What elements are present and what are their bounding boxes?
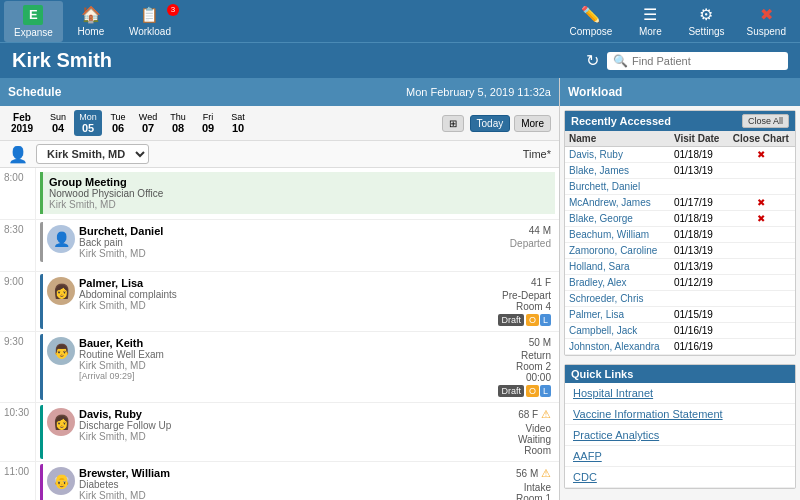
ra-date: 01/18/19	[670, 147, 727, 163]
appointment-palmer[interactable]: 👩 Palmer, Lisa Abdominal complaints Kirk…	[40, 274, 555, 329]
calendar-nav: Feb 2019 Sun04Mon05Tue06Wed07Thu08Fri09S…	[0, 106, 559, 141]
ra-row[interactable]: Blake, James 01/13/19	[565, 163, 795, 179]
cal-day-10[interactable]: Sat10	[224, 110, 252, 136]
ra-close[interactable]: ✖	[727, 147, 795, 163]
ra-row[interactable]: Palmer, Lisa 01/15/19	[565, 307, 795, 323]
nav-compose-label: Compose	[570, 26, 613, 37]
nav-more[interactable]: ☰ More	[624, 1, 676, 41]
ra-row[interactable]: Burchett, Daniel	[565, 179, 795, 195]
find-patient-input[interactable]	[632, 55, 782, 67]
cal-day-08[interactable]: Thu08	[164, 110, 192, 136]
quick-link-practice-analytics[interactable]: Practice Analytics	[565, 425, 795, 446]
ra-date	[670, 291, 727, 307]
ra-close[interactable]: ✖	[727, 195, 795, 211]
recently-accessed-header: Recently Accessed Close All	[565, 111, 795, 131]
appt-agesex-davis: 68 F ⚠	[518, 408, 551, 421]
appointment-davis[interactable]: 👩 Davis, Ruby Discharge Follow Up Kirk S…	[40, 405, 555, 459]
settings-icon: ⚙	[699, 5, 713, 24]
ra-row[interactable]: Davis, Ruby 01/18/19 ✖	[565, 147, 795, 163]
appointment-group-meeting[interactable]: Group Meeting Norwood Physician Office K…	[40, 172, 555, 214]
cal-year: Feb 2019	[8, 112, 36, 134]
ra-name: Bradley, Alex	[565, 275, 670, 291]
appt-room-bauer: ReturnRoom 200:00	[516, 350, 551, 383]
time-900: 9:00	[0, 272, 36, 331]
appointment-burchett[interactable]: 👤 Burchett, Daniel Back pain Kirk Smith,…	[40, 222, 555, 262]
draft-badge-palmer: Draft	[498, 314, 524, 326]
ra-row[interactable]: Blake, George 01/18/19 ✖	[565, 211, 795, 227]
nav-settings[interactable]: ⚙ Settings	[678, 1, 734, 41]
schedule-panel: Schedule Mon February 5, 2019 11:32a Feb…	[0, 78, 560, 500]
refresh-icon[interactable]: ↻	[586, 51, 599, 70]
today-btn[interactable]: Today	[470, 115, 511, 132]
ra-date	[670, 179, 727, 195]
appt-provider-bauer: Kirk Smith, MD	[79, 360, 477, 371]
top-nav: E Expanse 🏠 Home 📋 Workload 3 ✏️ Compose…	[0, 0, 800, 42]
cal-day-05[interactable]: Mon05	[74, 110, 102, 136]
time-800: 8:00	[0, 168, 36, 219]
nav-compose[interactable]: ✏️ Compose	[560, 1, 623, 41]
appt-name-bauer: Bauer, Keith	[79, 337, 477, 349]
quick-link-aafp[interactable]: AAFP	[565, 446, 795, 467]
cal-day-06[interactable]: Tue06	[104, 110, 132, 136]
appt-name-davis: Davis, Ruby	[79, 408, 477, 420]
appt-detail-burchett: Back pain	[79, 237, 477, 248]
quick-link-vaccine-information-statement[interactable]: Vaccine Information Statement	[565, 404, 795, 425]
ra-row[interactable]: McAndrew, James 01/17/19 ✖	[565, 195, 795, 211]
avatar-palmer: 👩	[47, 277, 75, 305]
ra-row[interactable]: Zamorono, Caroline 01/13/19	[565, 243, 795, 259]
nav-settings-label: Settings	[688, 26, 724, 37]
search-icon: 🔍	[613, 54, 628, 68]
nav-home-label: Home	[78, 26, 105, 37]
provider-select[interactable]: Kirk Smith, MD	[36, 144, 149, 164]
home-icon: 🏠	[81, 5, 101, 24]
appointment-bauer[interactable]: 👨 Bauer, Keith Routine Well Exam Kirk Sm…	[40, 334, 555, 400]
time-930: 9:30	[0, 332, 36, 402]
cal-day-04[interactable]: Sun04	[44, 110, 72, 136]
avatar-brewster: 👴	[47, 467, 75, 495]
appointment-brewster[interactable]: 👴 Brewster, William Diabetes Kirk Smith,…	[40, 464, 555, 500]
cal-days: Sun04Mon05Tue06Wed07Thu08Fri09Sat10	[44, 110, 434, 136]
close-all-button[interactable]: Close All	[742, 114, 789, 128]
ra-row[interactable]: Bradley, Alex 01/12/19	[565, 275, 795, 291]
quick-link-hospital-intranet[interactable]: Hospital Intranet	[565, 383, 795, 404]
ra-close	[727, 291, 795, 307]
timeslot-1100: 11:00 👴 Brewster, William Diabetes Kirk …	[0, 462, 559, 500]
appt-agesex-brewster: 56 M ⚠	[516, 467, 551, 480]
ra-table-body: Davis, Ruby 01/18/19 ✖ Blake, James 01/1…	[565, 147, 795, 355]
schedule-datetime: Mon February 5, 2019 11:32a	[406, 86, 551, 98]
list-view-btn[interactable]: ⊞	[442, 115, 464, 132]
ra-table-header-row: Name Visit Date Close Chart	[565, 131, 795, 147]
cal-day-07[interactable]: Wed07	[134, 110, 162, 136]
ra-row[interactable]: Schroeder, Chris	[565, 291, 795, 307]
ra-date: 01/13/19	[670, 163, 727, 179]
schedule-body: 8:00 Group Meeting Norwood Physician Off…	[0, 168, 559, 500]
appt-detail-brewster: Diabetes	[79, 479, 477, 490]
nav-home[interactable]: 🏠 Home	[65, 1, 117, 41]
appt-name-brewster: Brewster, William	[79, 467, 477, 479]
ra-date: 01/13/19	[670, 259, 727, 275]
ra-close[interactable]: ✖	[727, 211, 795, 227]
provider-icon: 👤	[8, 145, 28, 164]
quick-links-list: Hospital IntranetVaccine Information Sta…	[565, 383, 795, 488]
appt-provider-burchett: Kirk Smith, MD	[79, 248, 477, 259]
more-icon: ☰	[643, 5, 657, 24]
ra-name: Holland, Sara	[565, 259, 670, 275]
nav-suspend[interactable]: ✖ Suspend	[737, 1, 796, 41]
ra-row[interactable]: Johnston, Alexandra 01/16/19	[565, 339, 795, 355]
nav-expanse-label: Expanse	[14, 27, 53, 38]
recently-accessed: Recently Accessed Close All Name Visit D…	[564, 110, 796, 356]
ra-name: Burchett, Daniel	[565, 179, 670, 195]
ra-name: Blake, George	[565, 211, 670, 227]
find-patient-box: 🔍	[607, 52, 788, 70]
nav-expanse[interactable]: E Expanse	[4, 1, 63, 42]
appt-name-burchett: Burchett, Daniel	[79, 225, 477, 237]
more-cal-btn[interactable]: More	[514, 115, 551, 132]
ra-row[interactable]: Beachum, William 01/18/19	[565, 227, 795, 243]
nav-suspend-label: Suspend	[747, 26, 786, 37]
ra-title: Recently Accessed	[571, 115, 671, 127]
time-1030: 10:30	[0, 403, 36, 461]
cal-day-09[interactable]: Fri09	[194, 110, 222, 136]
ra-row[interactable]: Campbell, Jack 01/16/19	[565, 323, 795, 339]
quick-link-cdc[interactable]: CDC	[565, 467, 795, 488]
ra-row[interactable]: Holland, Sara 01/13/19	[565, 259, 795, 275]
